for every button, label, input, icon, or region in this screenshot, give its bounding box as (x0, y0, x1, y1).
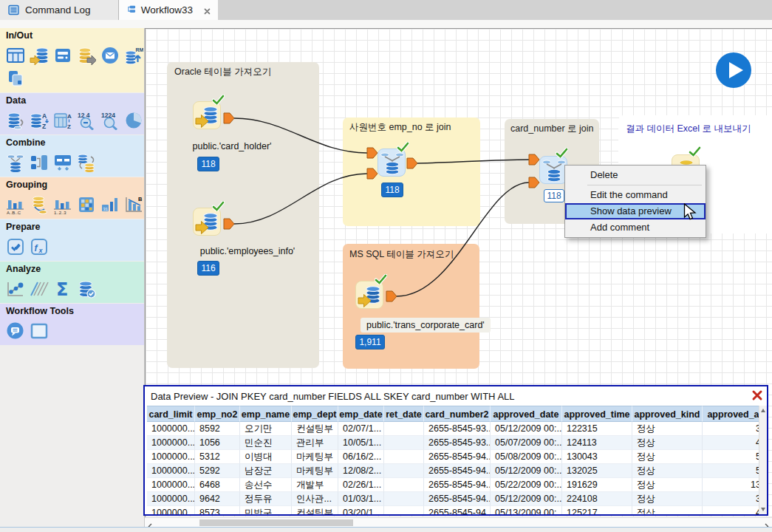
table-row[interactable]: 1000000...1056민순진관리부10/05/1...2655-8545-… (147, 436, 767, 450)
mail-circle-icon[interactable] (100, 46, 120, 65)
sigma-icon[interactable]: Σ (53, 279, 72, 299)
node-label: public.'employees_info' (200, 246, 295, 256)
bars-abc-icon[interactable]: A..B..C (6, 195, 25, 214)
bars-123-icon[interactable]: 1..2..3 (53, 195, 72, 214)
form-window-icon[interactable] (53, 46, 72, 65)
scroll-right-icon[interactable] (763, 519, 770, 526)
scroll-down-icon[interactable] (761, 508, 765, 511)
tab-workflow33[interactable]: Workflow33 (119, 0, 218, 20)
scrollbar-thumb[interactable] (199, 519, 353, 526)
table-cell: 1000000... (147, 506, 195, 514)
table-cell: 10/05/1... (338, 436, 384, 450)
column-header-approved_time[interactable]: approved_time (562, 406, 632, 422)
table-row[interactable]: 1000000...6468송선수개발부02/26/1...2655-8545-… (147, 478, 767, 492)
db-check-icon[interactable] (77, 279, 96, 299)
row-count-badge[interactable]: 116 (197, 261, 219, 276)
input-port-icon[interactable] (367, 168, 378, 179)
table-cell: 12/08/2... (338, 464, 384, 478)
wire-employees-join[interactable] (234, 174, 367, 224)
row-count-badge[interactable]: 118 (197, 157, 219, 171)
trend-dots-icon[interactable] (6, 279, 25, 299)
checkmark-box-icon[interactable] (6, 237, 25, 256)
table-row[interactable]: 1000000...9642정두유인사관...01/03/1...2655-85… (147, 492, 767, 506)
db-export-icon[interactable] (77, 46, 96, 65)
table-row[interactable]: 1000000...5312이병대마케팅부06/16/2...2655-8545… (147, 450, 767, 464)
node-employees-info[interactable] (193, 208, 221, 236)
wire-join-join[interactable] (417, 160, 529, 163)
column-header-emp_date[interactable]: emp_date (338, 406, 384, 422)
node-join-emp[interactable] (378, 149, 406, 177)
table-cell (384, 492, 424, 506)
table-icon[interactable] (6, 46, 25, 65)
tab-command-log[interactable]: Command Log (0, 0, 119, 20)
copy-file-icon[interactable] (6, 69, 25, 88)
menu-item-delete[interactable]: Delete (565, 167, 706, 183)
column-header-card_number2[interactable]: card_number2 (424, 406, 491, 422)
output-port-icon[interactable] (407, 158, 417, 168)
palette-section-title: Grouping (6, 180, 144, 191)
output-port-icon[interactable] (386, 291, 397, 301)
column-header-emp_no2[interactable]: emp_no2 (195, 406, 240, 422)
output-port-icon[interactable] (224, 113, 234, 123)
menu-item-add-comment[interactable]: Add comment (565, 219, 706, 236)
table-row[interactable]: 1000000...8573민방구컨설팅부03/20/1...2655-8545… (147, 506, 767, 514)
table-cell: 개발부 (292, 478, 338, 492)
hatch-lines-icon[interactable] (30, 279, 49, 299)
pivot-grid-icon[interactable] (77, 195, 96, 214)
table-row[interactable]: 1000000...8592오기만컨설팅부02/07/1...2655-8545… (147, 422, 767, 436)
palette-section-analyze: AnalyzeΣ (0, 262, 144, 303)
column-header-approved_a[interactable]: approved_a (703, 406, 765, 422)
join-db-icon[interactable] (6, 153, 25, 172)
table-cell: 01/03/1... (338, 492, 384, 506)
db-sort-az-icon[interactable]: AZ (30, 111, 49, 130)
db-import-icon[interactable] (30, 46, 49, 65)
split-window-icon[interactable] (53, 153, 72, 172)
row-count-badge[interactable]: 1,911 (355, 335, 385, 349)
table-cell: 3 (703, 422, 765, 436)
output-port-icon[interactable] (224, 219, 234, 229)
row-count-badge[interactable]: 118 (381, 183, 403, 197)
scroll-up-icon[interactable] (761, 409, 765, 412)
column-header-emp_dept[interactable]: emp_dept (292, 406, 338, 422)
table-row[interactable]: 1000000...5292남장군마케팅부12/08/2...2655-8545… (147, 464, 767, 478)
table-cell: 마케팅부 (292, 464, 338, 478)
db-swap-icon[interactable] (77, 153, 96, 172)
input-port-icon[interactable] (529, 177, 539, 188)
column-header-approved_kind[interactable]: approved_kind (632, 406, 703, 422)
close-tab-icon[interactable] (204, 6, 211, 15)
container-box-icon[interactable] (30, 321, 49, 341)
column-header-approved_date[interactable]: approved_date (491, 406, 562, 422)
canvas-horizontal-scrollbar[interactable] (145, 517, 772, 527)
close-preview-icon[interactable] (751, 389, 763, 401)
db-small-icon[interactable] (6, 111, 25, 130)
node-card-holder[interactable] (193, 101, 221, 129)
scroll-left-icon[interactable] (147, 519, 154, 526)
comment-bubble-icon[interactable] (6, 321, 25, 341)
fx-box-icon[interactable]: fx (30, 237, 49, 256)
input-port-icon[interactable] (367, 148, 378, 158)
menu-item-edit-the-command[interactable]: Edit the command (565, 187, 706, 203)
svg-text:Z: Z (67, 123, 71, 130)
zoom-1224-icon[interactable]: 1224 (100, 111, 120, 130)
column-header-ret_date[interactable]: ret_date (384, 406, 424, 422)
bars-trend-b-icon[interactable]: B (124, 195, 143, 214)
node-join-card[interactable] (539, 156, 567, 184)
pie-chart-icon[interactable] (124, 111, 143, 130)
db-aggregate-icon[interactable] (30, 195, 49, 214)
run-workflow-button[interactable] (716, 52, 751, 88)
row-count-badge[interactable]: 118 (544, 189, 564, 202)
table-cell: 02/07/1... (338, 422, 384, 436)
bars-calendar-icon[interactable]: 31 (100, 195, 120, 214)
wire-trans-join[interactable] (397, 183, 529, 296)
preview-vertical-scrollbar[interactable] (759, 406, 767, 514)
zoom-12-4-icon[interactable]: 12 4 (77, 111, 96, 130)
table-cell: 05/13/2009 00:... (491, 506, 562, 514)
merge-blocks-icon[interactable] (30, 153, 49, 172)
db-rm-icon[interactable]: RM (124, 46, 143, 65)
table-sort-az-icon[interactable]: AZ (53, 111, 72, 130)
svg-text:Z: Z (42, 123, 46, 130)
column-header-emp_name[interactable]: emp_name (240, 406, 292, 422)
input-port-icon[interactable] (529, 154, 539, 165)
column-header-card_limit[interactable]: card_limit (147, 406, 195, 422)
node-trans-corporate-card[interactable] (355, 281, 383, 309)
